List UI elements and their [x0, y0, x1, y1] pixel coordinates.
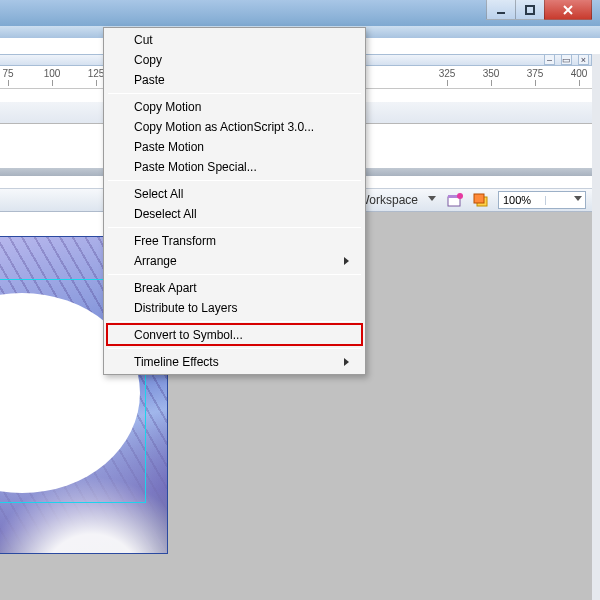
svg-rect-1: [526, 6, 534, 14]
menu-item-convert-symbol[interactable]: Convert to Symbol...: [106, 325, 363, 345]
menu-item-cut[interactable]: Cut: [106, 30, 363, 50]
panel-close-icon[interactable]: ×: [578, 54, 589, 65]
menu-item-deselect-all[interactable]: Deselect All: [106, 204, 363, 224]
ruler-tick: [447, 80, 448, 86]
menu-separator: [108, 321, 361, 322]
close-icon: [562, 5, 574, 15]
window-minimize-button[interactable]: [486, 0, 516, 20]
panel-restore-icon[interactable]: ▭: [561, 54, 572, 65]
menu-item-paste-motion[interactable]: Paste Motion: [106, 137, 363, 157]
menu-separator: [108, 227, 361, 228]
zoom-input[interactable]: [499, 192, 545, 208]
context-menu: CutCopyPasteCopy MotionCopy Motion as Ac…: [103, 27, 366, 375]
zoom-dropdown[interactable]: [545, 196, 585, 205]
svg-rect-0: [497, 12, 505, 14]
menu-item-timeline-effects[interactable]: Timeline Effects: [106, 352, 363, 372]
menu-separator: [108, 274, 361, 275]
menu-item-copy[interactable]: Copy: [106, 50, 363, 70]
ruler-tick: [535, 80, 536, 86]
maximize-icon: [525, 5, 535, 15]
ruler-number: 75: [2, 68, 13, 79]
chevron-down-icon: [574, 196, 582, 205]
ruler-number: 350: [483, 68, 500, 79]
ruler-number: 100: [44, 68, 61, 79]
menu-item-distribute-layers[interactable]: Distribute to Layers: [106, 298, 363, 318]
ruler-tick: [52, 80, 53, 86]
window-maximize-button[interactable]: [515, 0, 545, 20]
ruler-number: 125: [88, 68, 105, 79]
scene-icon[interactable]: [446, 191, 464, 209]
ruler-tick: [579, 80, 580, 86]
ruler-number: 400: [571, 68, 588, 79]
workspace-dropdown[interactable]: [426, 196, 438, 205]
menu-item-select-all[interactable]: Select All: [106, 184, 363, 204]
ruler-tick: [491, 80, 492, 86]
ruler-tick: [96, 80, 97, 86]
ruler-number: 325: [439, 68, 456, 79]
menu-separator: [108, 180, 361, 181]
menu-separator: [108, 93, 361, 94]
menu-item-free-transform[interactable]: Free Transform: [106, 231, 363, 251]
workspace-label: Workspace: [358, 193, 418, 207]
window-close-button[interactable]: [544, 0, 592, 20]
window-titlebar: [0, 0, 600, 26]
menu-item-arrange[interactable]: Arrange: [106, 251, 363, 271]
vertical-scrollbar[interactable]: [592, 54, 600, 600]
ruler-tick: [8, 80, 9, 86]
menu-item-copy-motion[interactable]: Copy Motion: [106, 97, 363, 117]
svg-point-4: [457, 193, 463, 199]
menu-item-paste-motion-special[interactable]: Paste Motion Special...: [106, 157, 363, 177]
minimize-icon: [496, 5, 506, 15]
menu-separator: [108, 348, 361, 349]
symbol-icon[interactable]: [472, 191, 490, 209]
chevron-down-icon: [428, 196, 436, 205]
ruler-number: 375: [527, 68, 544, 79]
menu-item-copy-motion-as3[interactable]: Copy Motion as ActionScript 3.0...: [106, 117, 363, 137]
panel-minimize-icon[interactable]: –: [544, 54, 555, 65]
zoom-field[interactable]: [498, 191, 586, 209]
menu-item-break-apart[interactable]: Break Apart: [106, 278, 363, 298]
svg-rect-6: [474, 194, 484, 203]
menu-item-paste[interactable]: Paste: [106, 70, 363, 90]
